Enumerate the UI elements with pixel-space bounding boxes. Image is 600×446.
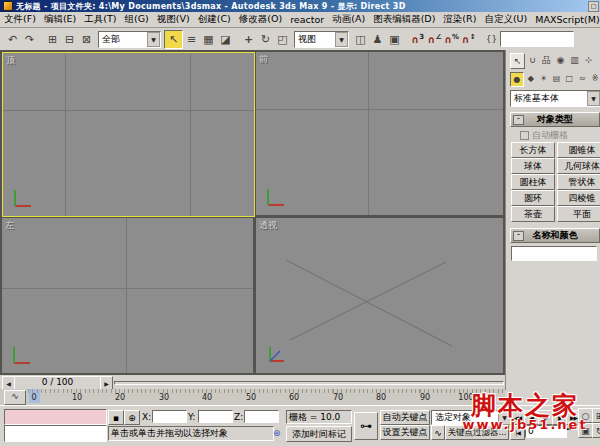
torus-button[interactable]: 圆环 — [511, 190, 555, 206]
time-slider-handle[interactable]: 0 / 100 — [14, 376, 101, 390]
unlink-selection-button[interactable]: ⊟ — [61, 31, 78, 48]
collapse-icon[interactable]: - — [513, 115, 524, 125]
select-and-scale-button[interactable]: ◰ — [274, 31, 291, 48]
tab-utilities[interactable]: ⊹ — [582, 53, 595, 67]
viewport-label[interactable]: 顶 — [6, 54, 15, 67]
menu-rendering[interactable]: 渲染(R) — [443, 13, 476, 26]
set-key-toggle-button[interactable]: ⊶ — [354, 412, 378, 440]
undo-button[interactable]: ↶ — [4, 31, 21, 48]
cone-button[interactable]: 圆锥体 — [557, 142, 600, 158]
plane-button[interactable]: 平面 — [557, 206, 600, 222]
category-space-warps[interactable]: ≈ — [576, 72, 588, 85]
object-type-rollout[interactable]: - 对象类型 — [510, 112, 600, 127]
maxscript-mini-listener-white[interactable] — [4, 425, 107, 442]
key-filter-selection-dropdown[interactable]: 选定对象 ▼ — [431, 410, 512, 425]
menu-edit[interactable]: 编辑(E) — [44, 13, 76, 26]
play-button[interactable]: ▶ — [538, 410, 553, 425]
edit-named-selection-sets-button[interactable]: {} — [483, 31, 500, 48]
coord-y-field[interactable] — [198, 410, 233, 423]
reference-coordinate-dropdown[interactable]: 视图 ▼ — [294, 31, 349, 48]
keyboard-shortcut-override-button[interactable]: ▣ — [386, 31, 403, 48]
current-frame-field[interactable]: 0 — [525, 425, 567, 438]
selection-filter-dropdown[interactable]: 全部 ▼ — [98, 31, 161, 48]
menu-graph-editors[interactable]: 图表编辑器(D) — [373, 13, 435, 26]
absolute-mode-transform-button[interactable]: ⊕ — [124, 410, 140, 425]
category-geometry[interactable]: ● — [510, 72, 524, 87]
box-button[interactable]: 长方体 — [511, 142, 555, 158]
tab-motion[interactable]: ◉ — [554, 53, 567, 67]
percent-snap-button[interactable]: ∩% — [443, 31, 460, 48]
frame-spinner[interactable]: ▴▾ — [565, 425, 573, 438]
tab-modify[interactable]: ∪ — [526, 53, 539, 67]
window-crossing-button[interactable]: ◪ — [217, 31, 234, 48]
add-time-tag-button[interactable]: 添加时间标记 — [286, 426, 352, 442]
sphere-button[interactable]: 球体 — [511, 158, 555, 174]
previous-frame-button[interactable]: ◀| — [524, 410, 539, 425]
named-selection-field[interactable] — [500, 31, 574, 47]
transform-lock-button[interactable]: ▪ — [108, 410, 124, 425]
zoom-all-button[interactable]: ⊞ — [592, 408, 600, 423]
autogrid-checkbox[interactable] — [520, 131, 529, 140]
window-control-button[interactable]: □ — [588, 1, 599, 12]
key-filters-button[interactable]: 关键点过滤器... — [445, 425, 509, 440]
primitive-category-dropdown[interactable]: 标准基本体 ▼ — [510, 90, 600, 107]
rectangular-selection-region-button[interactable]: ▦ — [200, 31, 217, 48]
tube-button[interactable]: 管状体 — [557, 174, 600, 190]
zoom-button[interactable]: ○ — [578, 408, 593, 423]
cylinder-button[interactable]: 圆柱体 — [511, 174, 555, 190]
category-systems[interactable]: ※ — [589, 72, 600, 85]
tab-create[interactable]: ↖ — [510, 53, 525, 69]
menu-reactor[interactable]: reactor — [290, 14, 324, 25]
select-and-link-button[interactable]: ⊞ — [44, 31, 61, 48]
select-object-button[interactable]: ↖ — [164, 30, 183, 49]
auto-key-button[interactable]: 自动关键点 — [380, 410, 430, 425]
zoom-extents-button[interactable]: ▣ — [578, 423, 593, 438]
viewport-perspective[interactable]: 透视 — [256, 218, 503, 373]
menu-tools[interactable]: 工具(T) — [84, 13, 116, 26]
key-mode-toggle-button[interactable]: |◀ — [510, 425, 525, 440]
category-lights[interactable]: ☀ — [538, 72, 550, 85]
go-to-start-button[interactable]: ◀◀ — [510, 410, 525, 425]
category-helpers[interactable]: □ — [563, 72, 575, 85]
snap-toggle-3d-button[interactable]: ∩3 — [409, 31, 426, 48]
redo-button[interactable]: ↷ — [21, 31, 38, 48]
track-bar[interactable]: ∿ 0 10 20 30 40 50 60 70 80 90 100 — [0, 389, 505, 406]
category-shapes[interactable]: ◆ — [525, 72, 537, 85]
menu-modifiers[interactable]: 修改器(O) — [239, 13, 282, 26]
select-and-rotate-button[interactable]: ↻ — [257, 31, 274, 48]
viewport-left[interactable]: 左 — [2, 218, 253, 373]
viewport-front[interactable]: 前 — [256, 52, 503, 215]
select-and-move-button[interactable]: + — [240, 31, 257, 48]
time-slider-next-button[interactable]: ▶ — [100, 376, 113, 390]
time-slider-track[interactable] — [114, 381, 504, 385]
viewport-label[interactable]: 前 — [259, 53, 268, 66]
set-key-button[interactable]: 设置关键点 — [380, 425, 430, 440]
menu-animation[interactable]: 动画(A) — [332, 13, 365, 26]
selection-lock-toggle[interactable]: ⊛ — [273, 428, 281, 438]
bind-to-space-warp-button[interactable]: ⊠ — [78, 31, 95, 48]
menu-group[interactable]: 组(G) — [125, 13, 149, 26]
menu-customize[interactable]: 自定义(U) — [484, 13, 527, 26]
menu-maxscript[interactable]: MAXScript(M) — [535, 14, 599, 25]
coord-z-field[interactable] — [244, 410, 279, 423]
collapse-icon[interactable]: - — [513, 231, 524, 241]
tab-display[interactable]: ▥ — [568, 53, 581, 67]
category-cameras[interactable]: ▤ — [551, 72, 563, 85]
viewport-top[interactable]: 顶 — [2, 52, 255, 217]
use-pivot-point-center-button[interactable]: ◫ — [352, 31, 369, 48]
geosphere-button[interactable]: 几何球体 — [557, 158, 600, 174]
arc-rotate-button[interactable]: ↻ — [592, 423, 600, 438]
viewport-label[interactable]: 左 — [5, 219, 14, 232]
menu-file[interactable]: 文件(F) — [4, 13, 36, 26]
select-and-manipulate-button[interactable]: ♟ — [369, 31, 386, 48]
spinner-snap-button[interactable]: ∩↕ — [460, 31, 477, 48]
angle-snap-button[interactable]: ∩∠ — [426, 31, 443, 48]
object-name-field[interactable] — [511, 246, 597, 261]
maxscript-mini-listener-pink[interactable] — [4, 409, 107, 425]
teapot-button[interactable]: 茶壶 — [511, 206, 555, 222]
tab-hierarchy[interactable]: 品 — [540, 53, 553, 67]
menu-create[interactable]: 创建(C) — [198, 13, 231, 26]
coord-x-field[interactable] — [152, 410, 187, 423]
menu-views[interactable]: 视图(V) — [157, 13, 190, 26]
next-frame-button[interactable]: |▶ — [552, 410, 567, 425]
